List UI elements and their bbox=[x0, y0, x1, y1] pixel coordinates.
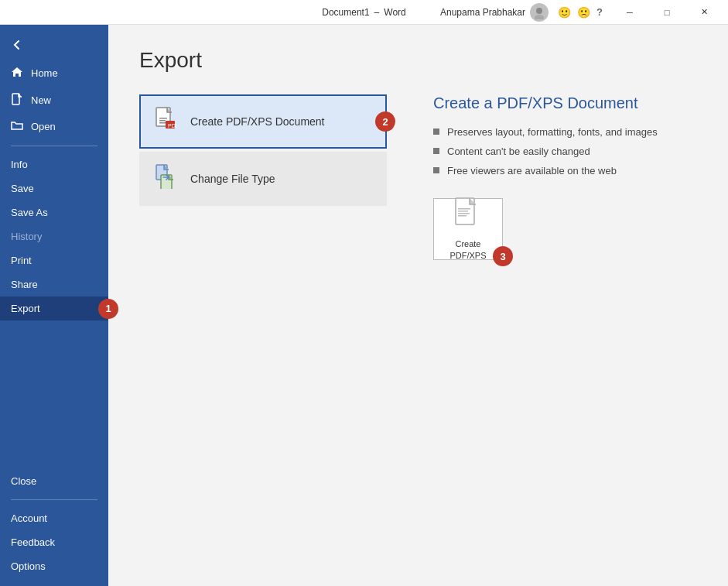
sidebar-item-share[interactable]: Share bbox=[0, 272, 108, 296]
sidebar-item-open[interactable]: Open bbox=[0, 114, 108, 139]
pdf-option-icon: PDF bbox=[153, 107, 178, 136]
minimize-button[interactable]: ─ bbox=[612, 0, 648, 25]
open-icon bbox=[11, 120, 23, 133]
feature-item-2: Content can't be easily changed bbox=[433, 146, 697, 157]
sidebar-item-info[interactable]: Info bbox=[0, 152, 108, 176]
app-name: Word bbox=[384, 7, 405, 18]
sidebar-item-home[interactable]: Home bbox=[0, 60, 108, 87]
change-file-type-icon bbox=[153, 164, 178, 194]
sidebar-item-save-as[interactable]: Save As bbox=[0, 200, 108, 224]
app-body: Home New Open Info bbox=[0, 25, 728, 586]
feature-list: Preserves layout, formatting, fonts, and… bbox=[433, 126, 697, 176]
export-option-create-pdf[interactable]: PDF Create PDF/XPS Document 2 bbox=[139, 94, 387, 149]
feature-item-3: Free viewers are available on the web bbox=[433, 165, 697, 176]
sidebar-item-export[interactable]: Export 1 bbox=[0, 296, 108, 320]
svg-rect-14 bbox=[458, 213, 470, 214]
bullet-2 bbox=[433, 148, 439, 154]
emoji-happy-icon[interactable]: 🙂 bbox=[558, 6, 571, 19]
create-pdf-option-badge: 2 bbox=[375, 111, 395, 132]
svg-text:PDF: PDF bbox=[168, 123, 176, 129]
svg-rect-5 bbox=[159, 120, 166, 122]
bullet-3 bbox=[433, 167, 439, 173]
svg-rect-13 bbox=[458, 211, 468, 212]
right-panel: Create a PDF/XPS Document Preserves layo… bbox=[433, 94, 697, 260]
bullet-1 bbox=[433, 129, 439, 135]
sidebar-item-feedback[interactable]: Feedback bbox=[0, 530, 108, 554]
export-option-change-file-type[interactable]: Change File Type bbox=[139, 152, 387, 206]
svg-point-1 bbox=[535, 15, 544, 19]
home-icon bbox=[11, 66, 23, 81]
sidebar-item-home-label: Home bbox=[31, 67, 58, 79]
sidebar-divider-bottom bbox=[11, 499, 97, 500]
title-bar-center: Document1 – Word bbox=[322, 7, 406, 18]
feature-text-1: Preserves layout, formatting, fonts, and… bbox=[447, 126, 658, 138]
sidebar-item-account[interactable]: Account bbox=[0, 506, 108, 530]
title-bar-right: Anupama Prabhakar 🙂 🙁 ? ─ □ ✕ bbox=[440, 0, 722, 25]
feature-text-2: Content can't be easily changed bbox=[447, 146, 590, 157]
sidebar-item-new-label: New bbox=[31, 94, 51, 106]
sidebar-item-open-label: Open bbox=[31, 121, 56, 132]
svg-rect-12 bbox=[458, 208, 470, 210]
sidebar-item-new[interactable]: New bbox=[0, 87, 108, 114]
emoji-sad-icon[interactable]: 🙁 bbox=[577, 6, 590, 19]
user-info[interactable]: Anupama Prabhakar bbox=[440, 3, 549, 22]
new-icon bbox=[11, 93, 23, 108]
change-file-type-label: Change File Type bbox=[190, 173, 275, 185]
create-pdf-btn-container: Create PDF/XPS 3 bbox=[433, 198, 503, 260]
help-icon[interactable]: ? bbox=[596, 6, 603, 18]
sidebar-item-print[interactable]: Print bbox=[0, 248, 108, 272]
sidebar-item-options[interactable]: Options bbox=[0, 554, 108, 578]
title-bar: Document1 – Word Anupama Prabhakar 🙂 🙁 ?… bbox=[0, 0, 728, 25]
user-name: Anupama Prabhakar bbox=[440, 7, 525, 18]
page-title: Export bbox=[139, 48, 697, 73]
create-pdf-btn-label: Create PDF/XPS bbox=[449, 238, 486, 261]
svg-rect-6 bbox=[159, 122, 166, 124]
svg-point-0 bbox=[536, 8, 542, 14]
title-separator: – bbox=[374, 7, 380, 18]
sidebar: Home New Open Info bbox=[0, 25, 108, 586]
document-title: Document1 bbox=[322, 7, 369, 18]
user-avatar bbox=[530, 3, 549, 22]
content-area: Export PDF bbox=[108, 25, 728, 586]
maximize-button[interactable]: □ bbox=[649, 0, 685, 25]
sidebar-item-close[interactable]: Close bbox=[0, 469, 108, 493]
sidebar-bottom: Close Account Feedback Options bbox=[0, 469, 108, 586]
export-content-row: PDF Create PDF/XPS Document 2 bbox=[139, 94, 697, 260]
create-pdf-btn-icon bbox=[454, 197, 482, 234]
create-pdf-label: Create PDF/XPS Document bbox=[190, 115, 325, 128]
right-panel-title: Create a PDF/XPS Document bbox=[433, 94, 697, 112]
close-window-button[interactable]: ✕ bbox=[686, 0, 722, 25]
feature-item-1: Preserves layout, formatting, fonts, and… bbox=[433, 126, 697, 138]
window-controls: ─ □ ✕ bbox=[612, 0, 722, 25]
feature-text-3: Free viewers are available on the web bbox=[447, 165, 617, 176]
sidebar-divider-top bbox=[11, 146, 97, 146]
export-options-list: PDF Create PDF/XPS Document 2 bbox=[139, 94, 387, 260]
back-icon bbox=[11, 39, 23, 53]
svg-rect-4 bbox=[159, 118, 167, 119]
sidebar-item-history[interactable]: History bbox=[0, 224, 108, 248]
create-pdf-button[interactable]: Create PDF/XPS bbox=[433, 198, 503, 260]
export-badge: 1 bbox=[98, 299, 118, 319]
sidebar-item-save[interactable]: Save bbox=[0, 176, 108, 200]
sidebar-top: Home New Open Info bbox=[0, 25, 108, 328]
back-button[interactable] bbox=[0, 33, 108, 60]
svg-rect-15 bbox=[458, 215, 467, 217]
create-pdf-btn-badge: 3 bbox=[493, 246, 513, 266]
